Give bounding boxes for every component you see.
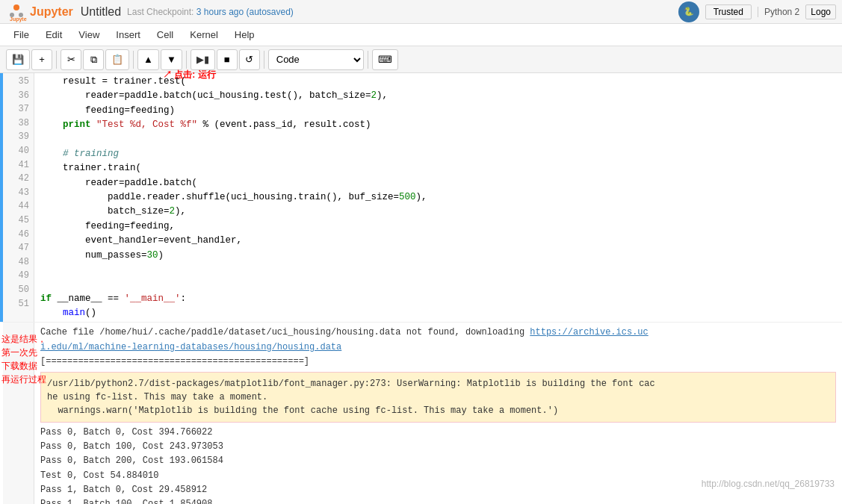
menu-insert[interactable]: Insert xyxy=(108,26,148,43)
stop-button[interactable]: ■ xyxy=(217,49,238,70)
toolbar-separator-2 xyxy=(133,51,134,69)
app-name: Jupyter xyxy=(30,5,73,19)
cell-type-select[interactable]: Code Markdown Raw NBConvert xyxy=(268,49,364,70)
jupyter-logo-icon: Jupyter xyxy=(6,1,27,22)
notebook-title[interactable]: Untitled xyxy=(81,5,121,19)
trusted-button[interactable]: Trusted xyxy=(705,4,752,19)
save-button[interactable]: 💾 xyxy=(6,49,30,70)
run-button[interactable]: ▶▮ xyxy=(191,49,215,70)
toolbar-separator-5 xyxy=(368,51,368,69)
menubar: File Edit View Insert Cell Kernel Help xyxy=(0,24,842,46)
sidebar-annotation: 这是结果，第一次先下载数据再运行过程 xyxy=(1,332,105,386)
svg-text:Jupyter: Jupyter xyxy=(10,16,27,22)
copy-button[interactable]: ⧉ xyxy=(83,49,104,70)
menu-edit[interactable]: Edit xyxy=(38,26,69,43)
move-down-button[interactable]: ▼ xyxy=(161,49,182,70)
python-logo-icon: 🐍 xyxy=(678,1,699,22)
toolbar-separator-3 xyxy=(186,51,187,69)
python-indicator: Python 2 xyxy=(758,7,799,17)
add-cell-button[interactable]: + xyxy=(31,49,52,70)
watermark: http://blog.csdn.net/qq_26819733 xyxy=(702,479,835,489)
output-results: Pass 0, Batch 0, Cost 394.766022 Pass 0,… xyxy=(40,426,836,504)
checkpoint-time: 3 hours ago (autosaved) xyxy=(196,7,294,17)
jupyter-logo: Jupyter Jupyter xyxy=(6,1,73,22)
menu-help[interactable]: Help xyxy=(227,26,262,43)
move-up-button[interactable]: ▲ xyxy=(137,49,159,70)
menu-kernel[interactable]: Kernel xyxy=(182,26,226,43)
svg-point-0 xyxy=(13,4,19,10)
menu-file[interactable]: File xyxy=(6,26,37,43)
output-link[interactable]: https://archive.ics.uci.edu/ml/machine-l… xyxy=(40,327,648,352)
paste-button[interactable]: 📋 xyxy=(105,49,129,70)
menu-cell[interactable]: Cell xyxy=(149,26,181,43)
code-editor[interactable]: result = trainer.test( reader=paddle.bat… xyxy=(34,73,842,322)
output-content: Cache file /home/hui/.cache/paddle/datas… xyxy=(34,323,842,504)
warning-box: /usr/lib/python2.7/dist-packages/matplot… xyxy=(40,372,836,423)
line-numbers: 3536373839404142434445464748495051 xyxy=(3,73,34,322)
topbar: Jupyter Jupyter Untitled Last Checkpoint… xyxy=(0,0,842,24)
menu-view[interactable]: View xyxy=(71,26,107,43)
output-progress: [=======================================… xyxy=(40,355,836,369)
cut-button[interactable]: ✂ xyxy=(61,49,81,70)
toolbar: 💾 + ✂ ⧉ 📋 ▲ ▼ ▶▮ ■ ↺ Code Markdown Raw N… xyxy=(0,46,842,73)
restart-button[interactable]: ↺ xyxy=(239,49,260,70)
checkpoint-info: Last Checkpoint: 3 hours ago (autosaved) xyxy=(127,7,294,17)
output-cell: Cache file /home/hui/.cache/paddle/datas… xyxy=(0,322,842,504)
code-cell: 3536373839404142434445464748495051 resul… xyxy=(0,73,842,322)
keyboard-shortcuts-button[interactable]: ⌨ xyxy=(372,49,398,70)
toolbar-separator-1 xyxy=(56,51,57,69)
toolbar-separator-4 xyxy=(264,51,264,69)
logo-button[interactable]: Logo xyxy=(805,4,836,19)
output-line-cache: Cache file /home/hui/.cache/paddle/datas… xyxy=(40,326,836,354)
